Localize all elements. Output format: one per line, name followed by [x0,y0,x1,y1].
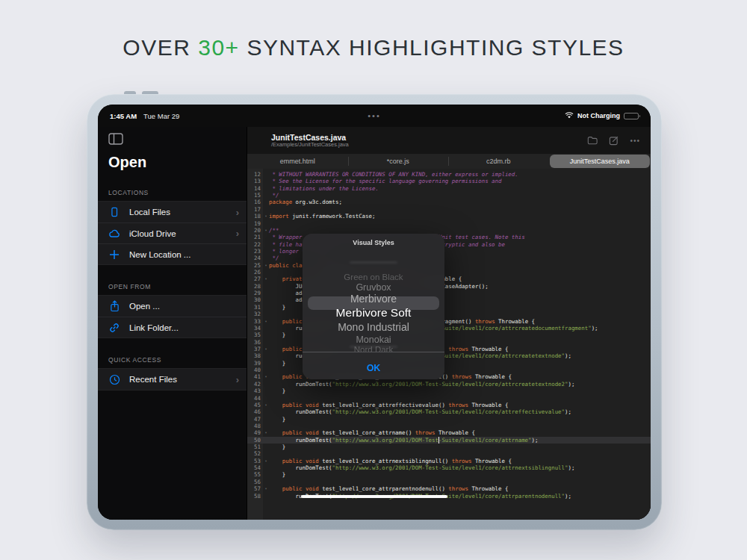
fold-marker-icon[interactable]: ▾ [263,402,269,408]
code-line-44[interactable]: 44 [247,395,651,402]
line-number: 27 [247,276,263,282]
code-line-55[interactable]: 55 } [247,471,651,478]
ok-button[interactable]: OK [303,357,444,379]
link-icon [108,322,120,334]
style-option-gruvbox[interactable]: Gruvbox [303,282,444,293]
code-line-43[interactable]: 43 } [247,388,651,394]
tab-junittestcases-java[interactable]: JunitTestCases.java [550,155,651,168]
code-line-49[interactable]: 49▾ public void test_level1_core_attrnam… [247,429,651,436]
code-line-51[interactable]: 51 } [247,444,651,450]
code-text: public void test_level1_core_attrnextsib… [269,458,512,464]
code-line-42[interactable]: 42 runDomTest("http://www.w3.org/2001/DO… [247,381,651,388]
line-number: 43 [247,388,263,394]
gutter-spacer [263,416,269,423]
code-line-20[interactable]: 20▾/** [247,227,651,234]
code-line-12[interactable]: 12 * WITHOUT WARRANTIES OR CONDITIONS OF… [247,171,651,178]
sidebar-item-link-folder[interactable]: Link Folder... [98,317,247,337]
code-line-16[interactable]: 16package org.w3c.domts; [247,199,651,205]
gutter-spacer [263,395,269,402]
line-number: 45 [247,402,263,408]
tab-emmet-html[interactable]: emmet.html [247,154,348,169]
gutter-spacer [263,332,269,338]
gutter-spacer [263,311,269,317]
sidebar-item-icloud-drive[interactable]: iCloud Drive› [98,223,247,243]
code-line-15[interactable]: 15 */ [247,192,651,199]
gutter-spacer [263,388,269,394]
status-bar: 1:45 AM Tue Mar 29 ••• Not Charging [98,105,651,127]
sidebar-item-label: Local Files [129,208,170,217]
line-number: 31 [247,304,263,311]
fold-marker-icon[interactable]: ▾ [263,262,269,269]
wheel-edge-fade [350,261,397,264]
sidebar-item-label: Link Folder... [129,323,179,332]
code-line-50[interactable]: 50 runDomTest("http://www.w3.org/2001/DO… [247,437,651,444]
folder-icon[interactable] [587,136,598,145]
gutter-spacer [263,493,269,500]
code-line-45[interactable]: 45▾ public void test_level1_core_attreff… [247,402,651,408]
style-option-nord-dark[interactable]: Nord Dark [303,345,444,352]
style-option-monokai[interactable]: Monokai [303,335,444,345]
code-text: * limitations under the License. [269,185,379,192]
home-indicator[interactable] [301,495,447,499]
code-text: runDomTest("http://www.w3.org/2001/DOM-T… [269,408,571,415]
code-line-19[interactable]: 19 [247,220,651,227]
fold-marker-icon[interactable]: ▾ [263,346,269,352]
fold-marker-icon[interactable]: ▾ [263,318,269,325]
code-text: runDomTest("http://www.w3.org/2001/DOM-T… [269,381,574,388]
multitask-dots-icon[interactable]: ••• [368,111,381,120]
code-line-57[interactable]: 57▾ public void test_level1_core_attrpar… [247,485,651,492]
line-number: 15 [247,192,263,199]
code-line-53[interactable]: 53▾ public void test_level1_core_attrnex… [247,458,651,464]
sidebar-toggle-icon[interactable] [108,133,123,145]
gutter-spacer [263,444,269,450]
fold-marker-icon[interactable]: ▾ [263,213,269,220]
fold-marker-icon[interactable]: ▾ [263,485,269,492]
style-option-merbivore-soft-selected[interactable]: Merbivore Soft [303,306,444,320]
line-number: 19 [247,220,263,227]
style-picker-wheel[interactable]: Green on BlackGruvboxMerbivoreMerbivore … [303,250,444,352]
tab-c2dm-rb[interactable]: c2dm.rb [448,154,549,169]
code-text: } [269,388,285,394]
tab-bar: emmet.html*core.jsc2dm.rbJunitTestCases.… [247,154,651,169]
sidebar-item-open[interactable]: Open ... [98,296,247,317]
fold-marker-icon[interactable]: ▾ [263,458,269,464]
code-line-17[interactable]: 17 [247,206,651,213]
code-line-46[interactable]: 46 runDomTest("http://www.w3.org/2001/DO… [247,408,651,415]
file-browser-sidebar: Open LOCATIONSLocal Files›iCloud Drive›N… [98,127,247,520]
line-number: 33 [247,318,263,325]
more-ellipsis-icon[interactable]: ••• [630,137,640,145]
fold-marker-icon[interactable]: ▾ [263,276,269,282]
chevron-right-icon: › [236,228,239,239]
code-line-56[interactable]: 56 [247,479,651,485]
code-line-13[interactable]: 13 * See the License for the specific la… [247,178,651,184]
sidebar-item-label: iCloud Drive [129,229,176,238]
gutter-spacer [263,304,269,311]
gutter-spacer [263,296,269,303]
code-text: /** [269,227,279,234]
sidebar-title: Open [108,154,247,171]
style-option-mono-industrial[interactable]: Mono Industrial [303,321,444,333]
code-line-54[interactable]: 54 runDomTest("http://www.w3.org/2001/DO… [247,464,651,471]
tab-core-js[interactable]: *core.js [348,154,449,169]
line-number: 16 [247,199,263,205]
code-line-14[interactable]: 14 * limitations under the License. [247,185,651,192]
gutter-spacer [263,471,269,478]
line-number: 56 [247,479,263,485]
fold-marker-icon[interactable]: ▾ [263,227,269,234]
code-line-47[interactable]: 47 } [247,416,651,423]
sidebar-item-local-files[interactable]: Local Files› [98,202,247,223]
fold-marker-icon[interactable]: ▾ [263,373,269,380]
style-option-green-on-black[interactable]: Green on Black [303,273,444,281]
sidebar-item-new-location[interactable]: New Location ... [98,243,247,264]
line-number: 55 [247,471,263,478]
style-option-merbivore[interactable]: Merbivore [303,293,444,305]
fold-marker-icon[interactable]: ▾ [263,429,269,436]
compose-icon[interactable] [609,136,619,146]
sidebar-item-recent-files[interactable]: Recent Files› [98,369,247,390]
code-line-18[interactable]: 18▾import junit.framework.TestCase; [247,213,651,220]
gutter-spacer [263,255,269,261]
code-line-48[interactable]: 48 [247,423,651,429]
document-path: /Examples/JunitTestCases.java [271,142,349,149]
code-line-52[interactable]: 52 [247,450,651,457]
line-number: 17 [247,206,263,213]
